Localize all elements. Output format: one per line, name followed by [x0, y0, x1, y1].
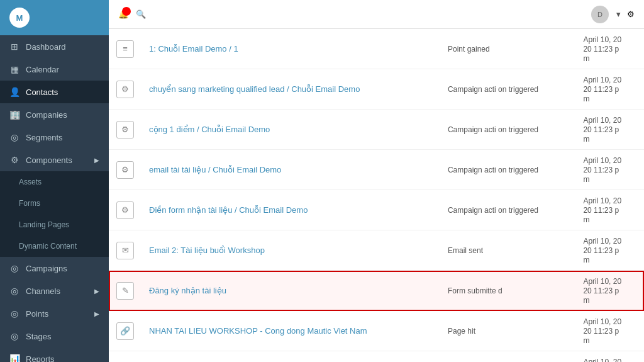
sidebar-item-forms[interactable]: Forms: [0, 193, 109, 214]
sidebar-item-contacts[interactable]: 👤 Contacts: [0, 81, 109, 103]
activity-date: April 10, 20 20 11:23 p m: [583, 156, 621, 184]
topbar-left: 🔔 🔍: [118, 9, 146, 19]
row-icon-cell: ✉: [109, 230, 142, 271]
stages-icon: ◎: [9, 331, 19, 341]
activity-name-link[interactable]: Điền form nhận tài liệu / Chuỗi Email De…: [149, 205, 308, 215]
sidebar-label-landing-pages: Landing Pages: [19, 220, 69, 229]
row-type-cell: Form submitte d: [440, 271, 575, 311]
table-row: ✎ Đăng ký nhận tài liệu Form submitte d …: [109, 271, 644, 311]
dashboard-icon: ⊞: [9, 42, 19, 52]
sidebar-item-landing-pages[interactable]: Landing Pages: [0, 214, 109, 235]
row-date-cell: April 10, 20 20 11:23 p m: [575, 110, 644, 150]
sidebar-label-campaigns: Campaigns: [26, 264, 67, 273]
activity-name-link[interactable]: 1: Chuỗi Email Demo / 1: [149, 44, 238, 54]
activity-icon: ⚙: [116, 81, 134, 98]
row-name-cell: cộng 1 điểm / Chuỗi Email Demo: [142, 110, 440, 150]
row-type-cell: Campaign acti on triggered: [440, 110, 575, 150]
row-name-cell: Email 2: Tài liệu buổi Workshop: [142, 230, 440, 271]
sidebar-item-stages[interactable]: ◎ Stages: [0, 325, 109, 348]
search-button[interactable]: 🔍: [136, 9, 146, 19]
reports-icon: 📊: [9, 354, 19, 362]
activity-name-link[interactable]: cộng 1 điểm / Chuỗi Email Demo: [149, 125, 270, 134]
sidebar-submenu-components: Assets Forms Landing Pages Dynamic Conte…: [0, 171, 109, 257]
sidebar-logo[interactable]: M: [0, 0, 109, 35]
activity-icon: ✎: [116, 282, 134, 300]
activity-date: April 10, 20 20 11:23 p m: [583, 237, 621, 264]
calendar-icon: ▦: [9, 64, 19, 74]
user-dropdown-icon: ▾: [616, 9, 621, 19]
sidebar-label-dynamic-content: Dynamic Content: [19, 242, 77, 251]
activity-date: April 10, 20 20 11:23 p m: [583, 116, 621, 144]
activity-name-link[interactable]: NHAN TAI LIEU WORKSHOP - Cong dong Mauti…: [149, 326, 367, 336]
row-date-cell: April 10, 20 20 11:23 p m: [575, 150, 644, 190]
sidebar-label-assets: Assets: [19, 178, 42, 186]
sidebar-label-segments: Segments: [26, 133, 63, 142]
sidebar-item-reports[interactable]: 📊 Reports: [0, 348, 109, 362]
table-row: ✉ Email 2: Tài liệu buổi Workshop Email …: [109, 230, 644, 271]
search-icon: 🔍: [136, 9, 146, 19]
sidebar: M ⊞ Dashboard ▦ Calendar 👤 Contacts 🏢 Co…: [0, 0, 109, 362]
sidebar-item-companies[interactable]: 🏢 Companies: [0, 103, 109, 126]
sidebar-item-dynamic-content[interactable]: Dynamic Content: [0, 235, 109, 257]
sidebar-item-channels[interactable]: ◎ Channels ▶: [0, 280, 109, 302]
row-icon-cell: ≡: [109, 351, 142, 363]
sidebar-item-points[interactable]: ◎ Points ▶: [0, 302, 109, 325]
row-icon-cell: ≡: [109, 29, 142, 69]
activity-table: ≡ 1: Chuỗi Email Demo / 1 Point gained A…: [109, 29, 644, 362]
row-date-cell: April 10, 20 20 11:23 p m: [575, 311, 644, 351]
row-type-cell: Campaign acti on triggered: [440, 69, 575, 110]
row-date-cell: April 10, 20 20 11:23 p m: [575, 271, 644, 311]
notification-button[interactable]: 🔔: [118, 9, 128, 19]
table-row: ⚙ chuyển sang marketing qualified lead /…: [109, 69, 644, 110]
activity-event-type: Form submitte d: [448, 286, 502, 295]
activity-icon: ✉: [116, 242, 134, 259]
sidebar-item-assets[interactable]: Assets: [0, 171, 109, 193]
row-type-cell: Campaign acti on triggered: [440, 190, 575, 230]
activity-icon: ⚙: [116, 161, 134, 179]
row-icon-cell: ⚙: [109, 150, 142, 190]
table-row: 🔗 NHAN TAI LIEU WORKSHOP - Cong dong Mau…: [109, 311, 644, 351]
row-name-cell: NHAN TAI LIEU WORKSHOP - Cong dong Mauti…: [142, 311, 440, 351]
activity-icon: 🔗: [116, 322, 134, 340]
notification-badge: [122, 7, 131, 16]
user-menu[interactable]: D ▾: [591, 6, 621, 23]
activity-date: April 10, 20 20 11:23 p m: [583, 358, 621, 362]
sidebar-label-reports: Reports: [26, 354, 55, 363]
row-name-cell: Điền form nhận tài liệu / Chuỗi Email De…: [142, 190, 440, 230]
activity-name-link[interactable]: email tài tài liệu / Chuỗi Email Demo: [149, 165, 281, 174]
content-area: ≡ 1: Chuỗi Email Demo / 1 Point gained A…: [109, 29, 644, 362]
sidebar-item-calendar[interactable]: ▦ Calendar: [0, 58, 109, 81]
sidebar-item-campaigns[interactable]: ◎ Campaigns: [0, 257, 109, 280]
row-date-cell: April 10, 20 20 11:23 p m: [575, 69, 644, 110]
settings-button[interactable]: ⚙: [627, 9, 635, 19]
row-name-cell: 1: Chuỗi Email Demo / 1: [142, 29, 440, 69]
table-row: ≡ 1: Chuỗi Email Demo / 1 Point gained A…: [109, 351, 644, 363]
table-row: ⚙ Điền form nhận tài liệu / Chuỗi Email …: [109, 190, 644, 230]
sidebar-label-forms: Forms: [19, 199, 40, 208]
row-date-cell: April 10, 20 20 11:23 p m: [575, 190, 644, 230]
table-row: ≡ 1: Chuỗi Email Demo / 1 Point gained A…: [109, 29, 644, 69]
activity-event-type: Campaign acti on triggered: [448, 85, 538, 94]
row-type-cell: Campaign acti on triggered: [440, 150, 575, 190]
activity-icon: ⚙: [116, 201, 134, 219]
row-icon-cell: ⚙: [109, 190, 142, 230]
activity-name-link[interactable]: chuyển sang marketing qualified lead / C…: [149, 84, 360, 94]
sidebar-item-segments[interactable]: ◎ Segments: [0, 126, 109, 149]
row-name-cell: email tài tài liệu / Chuỗi Email Demo: [142, 150, 440, 190]
row-icon-cell: ⚙: [109, 69, 142, 110]
topbar: 🔔 🔍 D ▾ ⚙: [109, 0, 644, 29]
activity-event-type: Campaign acti on triggered: [448, 125, 538, 134]
row-name-cell: 1: Chuỗi Email Demo / 1: [142, 351, 440, 363]
activity-name-link[interactable]: Email 2: Tài liệu buổi Workshop: [149, 246, 265, 255]
sidebar-item-components[interactable]: ⚙ Components ▶: [0, 149, 109, 171]
sidebar-item-dashboard[interactable]: ⊞ Dashboard: [0, 35, 109, 58]
row-icon-cell: 🔗: [109, 311, 142, 351]
components-icon: ⚙: [9, 155, 19, 165]
activity-name-link[interactable]: Đăng ký nhận tài liệu: [149, 286, 226, 295]
chevron-right-icon: ▶: [94, 157, 99, 164]
row-name-cell: Đăng ký nhận tài liệu: [142, 271, 440, 311]
activity-date: April 10, 20 20 11:23 p m: [583, 196, 621, 224]
activity-event-type: Campaign acti on triggered: [448, 206, 538, 215]
row-type-cell: Page hit: [440, 311, 575, 351]
row-date-cell: April 10, 20 20 11:23 p m: [575, 351, 644, 363]
